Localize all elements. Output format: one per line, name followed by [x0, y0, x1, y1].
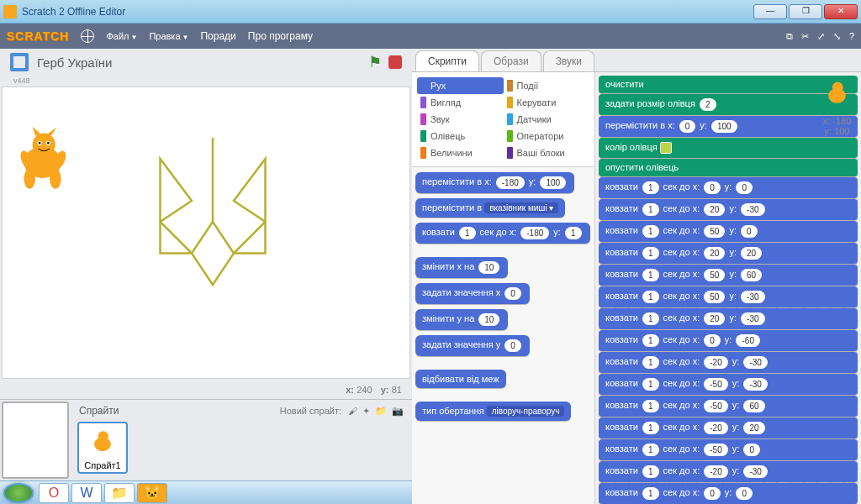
window-title: Scratch 2 Offline Editor: [22, 6, 753, 18]
svg-point-8: [24, 169, 35, 189]
category-Величини[interactable]: Величини: [417, 144, 504, 161]
library-sprite-icon[interactable]: ✦: [362, 406, 370, 417]
taskbar-explorer-icon[interactable]: 📁: [104, 483, 135, 503]
shrink-icon[interactable]: ⤡: [833, 31, 841, 42]
script-block[interactable]: ковзати 1 сек до x: -20 y: 20: [599, 417, 858, 438]
stage-area[interactable]: [2, 87, 410, 379]
stage-coords: x: 240 y: 81: [0, 381, 412, 399]
scratch-logo: SCRATCH: [7, 29, 69, 43]
script-stack[interactable]: очиститизадати розмір олівця 2перемістит…: [599, 76, 858, 504]
script-block[interactable]: ковзати 1 сек до x: 20 y: -30: [599, 199, 858, 220]
svg-point-1: [33, 133, 55, 155]
script-block[interactable]: ковзати 1 сек до x: 0 y: 0: [599, 483, 858, 504]
minimize-button[interactable]: —: [753, 4, 787, 19]
svg-point-13: [98, 431, 108, 441]
stage-thumbnail[interactable]: [2, 402, 69, 479]
script-block[interactable]: ковзати 1 сек до x: 0 y: -60: [599, 330, 858, 351]
palette-block[interactable]: перемістити в вказівник миші ▾: [415, 198, 565, 218]
camera-sprite-icon[interactable]: 📷: [392, 406, 404, 417]
fullscreen-icon[interactable]: [10, 53, 29, 71]
script-block[interactable]: ковзати 1 сек до x: 20 y: 20: [599, 243, 858, 264]
script-block[interactable]: ковзати 1 сек до x: 50 y: 0: [599, 221, 858, 242]
svg-point-7: [47, 142, 50, 144]
palette-block[interactable]: змінити x на 10: [415, 257, 508, 278]
scripts-canvas[interactable]: x: -180 y: 100 очиститизадати розмір олі…: [595, 72, 861, 504]
menu-file[interactable]: Файл▼: [106, 30, 137, 42]
category-Ваші блоки[interactable]: Ваші блоки: [504, 144, 590, 161]
menubar: SCRATCH Файл▼ Правка▼ Поради Про програм…: [0, 24, 861, 49]
duplicate-icon[interactable]: ⧉: [786, 31, 793, 42]
palette-block[interactable]: ковзати 1 сек до x: -180 y: 1: [415, 223, 590, 244]
category-Датчики[interactable]: Датчики: [504, 111, 590, 128]
tab-costumes[interactable]: Образи: [481, 50, 541, 71]
start-button[interactable]: [3, 483, 34, 503]
script-block[interactable]: ковзати 1 сек до x: -20 y: -30: [599, 352, 858, 373]
script-block[interactable]: опустити олівець: [599, 159, 858, 176]
titlebar: Scratch 2 Offline Editor — ❐ ✕: [0, 0, 861, 24]
taskbar-scratch-icon[interactable]: 🐱: [137, 483, 167, 503]
new-sprite-label: Новий спрайт:: [280, 406, 341, 416]
palette-block[interactable]: тип обертання ліворуч-праворуч: [415, 402, 571, 421]
taskbar-word-icon[interactable]: W: [71, 483, 102, 503]
palette-block[interactable]: відбивати від меж: [415, 370, 506, 388]
menu-tips[interactable]: Поради: [200, 30, 235, 42]
category-Події[interactable]: Події: [504, 77, 590, 94]
category-Звук[interactable]: Звук: [417, 111, 504, 128]
category-Оператори[interactable]: Оператори: [504, 128, 590, 144]
close-button[interactable]: ✕: [824, 4, 858, 19]
app-icon: [3, 5, 17, 18]
menu-edit[interactable]: Правка▼: [149, 30, 188, 42]
svg-marker-3: [47, 127, 57, 135]
stop-icon[interactable]: [388, 55, 402, 69]
paint-sprite-icon[interactable]: 🖌: [348, 406, 357, 417]
palette-block[interactable]: задати значення x 0: [415, 283, 530, 304]
sprite-info: x: -180 y: 100: [818, 77, 856, 136]
script-block[interactable]: ковзати 1 сек до x: -50 y: 0: [599, 439, 858, 460]
delete-icon[interactable]: ✂: [801, 31, 809, 42]
block-palette: перемістити в x: -180 y: 100перемістити …: [412, 167, 594, 504]
sprites-title: Спрайти: [79, 405, 119, 417]
palette-block[interactable]: перемістити в x: -180 y: 100: [415, 172, 574, 193]
script-block[interactable]: ковзати 1 сек до x: -50 y: -30: [599, 374, 858, 395]
category-Рух[interactable]: Рух: [417, 77, 504, 94]
category-Вигляд[interactable]: Вигляд: [417, 94, 504, 111]
sprite-cat[interactable]: [7, 121, 78, 197]
svg-point-15: [832, 82, 843, 93]
palette-block[interactable]: змінити y на 10: [415, 309, 508, 330]
sprite-thumbnail[interactable]: Спрайт1: [77, 422, 128, 474]
upload-sprite-icon[interactable]: 📁: [375, 406, 387, 417]
palette-block[interactable]: задати значення y 0: [415, 335, 530, 356]
category-Керувати[interactable]: Керувати: [504, 94, 590, 111]
maximize-button[interactable]: ❐: [789, 4, 822, 19]
script-block[interactable]: ковзати 1 сек до x: 0 y: 0: [599, 177, 858, 198]
script-block[interactable]: ковзати 1 сек до x: 20 y: -30: [599, 308, 858, 329]
script-block[interactable]: ковзати 1 сек до x: -20 y: -30: [599, 461, 858, 482]
version-label: v448: [0, 76, 412, 85]
script-block[interactable]: ковзати 1 сек до x: 50 y: -30: [599, 286, 858, 307]
taskbar-opera-icon[interactable]: O: [39, 483, 69, 503]
stage-drawing: [120, 138, 305, 339]
tab-sounds[interactable]: Звуки: [543, 50, 594, 71]
menu-about[interactable]: Про програму: [248, 30, 313, 42]
grow-icon[interactable]: ⤢: [817, 31, 825, 42]
script-block[interactable]: колір олівця: [599, 138, 858, 158]
language-icon[interactable]: [81, 29, 94, 43]
category-Олівець[interactable]: Олівець: [417, 128, 504, 144]
help-icon[interactable]: ?: [849, 31, 854, 42]
svg-marker-2: [33, 127, 41, 136]
category-list: РухПодіїВиглядКеруватиЗвукДатчикиОлівець…: [412, 72, 594, 167]
script-block[interactable]: ковзати 1 сек до x: -50 y: 60: [599, 396, 858, 417]
svg-point-6: [39, 142, 41, 144]
tab-scripts[interactable]: Скрипти: [415, 50, 479, 71]
green-flag-icon[interactable]: ⚑: [368, 53, 382, 71]
script-block[interactable]: ковзати 1 сек до x: 50 y: 60: [599, 265, 858, 286]
svg-point-9: [50, 169, 61, 189]
project-title: Герб України: [37, 55, 368, 70]
